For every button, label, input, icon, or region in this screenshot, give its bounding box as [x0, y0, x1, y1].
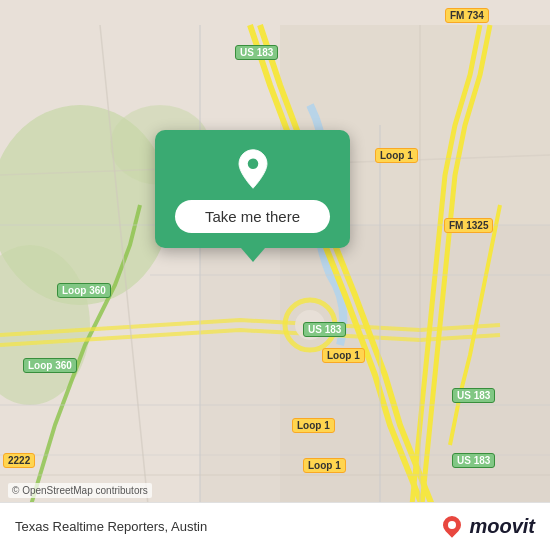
moovit-logo-text: moovit [469, 515, 535, 538]
popup: Take me there [155, 130, 350, 262]
road-label-fm734: FM 734 [445, 8, 489, 23]
moovit-logo: moovit [441, 514, 535, 540]
road-label-loop1-bot: Loop 1 [292, 418, 335, 433]
road-label-us183-top: US 183 [235, 45, 278, 60]
location-text: Texas Realtime Reporters, Austin [15, 519, 207, 534]
bottom-bar: Texas Realtime Reporters, Austin moovit [0, 502, 550, 550]
take-me-there-button[interactable]: Take me there [175, 200, 330, 233]
road-label-us183-bot-right: US 183 [452, 388, 495, 403]
road-label-loop1-botbot: Loop 1 [303, 458, 346, 473]
road-label-loop1-mid: Loop 1 [322, 348, 365, 363]
road-label-2222: 2222 [3, 453, 35, 468]
svg-point-18 [247, 159, 258, 170]
popup-pointer [241, 248, 265, 262]
road-label-loop1-right-top: Loop 1 [375, 148, 418, 163]
road-label-us183-bot: US 183 [452, 453, 495, 468]
map-attribution: © OpenStreetMap contributors [8, 483, 152, 498]
road-label-fm1325: FM 1325 [444, 218, 493, 233]
road-label-us183-mid: US 183 [303, 322, 346, 337]
location-pin-icon [232, 148, 274, 190]
popup-card: Take me there [155, 130, 350, 248]
road-label-loop360-mid: Loop 360 [57, 283, 111, 298]
road-label-loop360-bot: Loop 360 [23, 358, 77, 373]
map-container: FM 734 US 183 Loop 1 Loop 360 Loop 360 F… [0, 0, 550, 550]
